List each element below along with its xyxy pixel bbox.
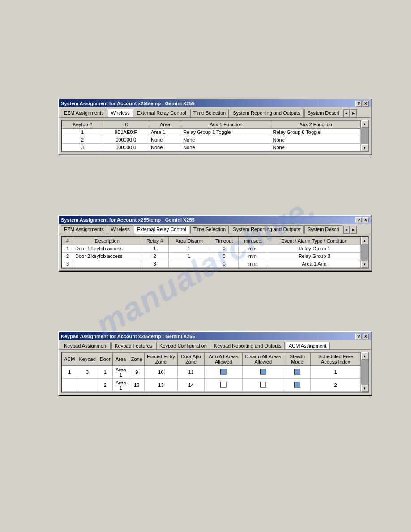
tab2-time-selection[interactable]: Time Selection — [190, 225, 229, 234]
tab3-keypad-configuration[interactable]: Keypad Configuration — [156, 342, 210, 350]
cell-stealth[interactable] — [284, 379, 311, 392]
cell-timeout: 0 — [210, 253, 239, 260]
window1-close-button[interactable]: X — [363, 101, 369, 107]
cell-desc: Door 1 keyfob access — [73, 245, 141, 253]
cell-desc: Door 2 keyfob access — [73, 253, 141, 260]
tab2-system-descri[interactable]: System Descri — [304, 225, 342, 234]
window1-tabs: EZM Assignments Wireless External Relay … — [59, 107, 371, 118]
col-forced: Forced Entry Zone — [144, 353, 177, 366]
window3: Keypad Assignment for Account x255temp :… — [58, 331, 372, 395]
scroll-down-button[interactable]: ▼ — [361, 261, 368, 268]
tab3-keypad-reporting[interactable]: Keypad Reporting and Outputs — [211, 342, 285, 350]
scroll-track — [361, 128, 368, 144]
cell-arm-all[interactable] — [205, 366, 243, 379]
stealth-checkbox-2[interactable] — [294, 382, 300, 388]
cell-timeout: 0 — [210, 260, 239, 268]
col-acm: ACM — [62, 353, 77, 366]
cell-aux1: None — [181, 144, 271, 151]
tab-system-descri[interactable]: System Descri — [304, 109, 342, 118]
tab2-wireless[interactable]: Wireless — [108, 225, 133, 234]
cell-stealth[interactable] — [284, 366, 311, 379]
window1-help-button[interactable]: ? — [355, 101, 362, 107]
stealth-checkbox[interactable] — [294, 369, 300, 375]
col-keyfob: Keyfob # — [62, 121, 103, 129]
col-area: Area — [149, 121, 181, 129]
cell-sched: 2 — [311, 379, 361, 392]
table-row: 1 Door 1 keyfob access 1 1 0 min. Relay … — [62, 245, 361, 253]
cell-keyfob: 1 — [62, 129, 103, 136]
cell-area: None — [149, 144, 181, 151]
cell-disarm-all[interactable] — [243, 379, 284, 392]
cell-arm-all[interactable] — [205, 379, 243, 392]
scroll-up-button[interactable]: ▲ — [361, 352, 368, 360]
window3-title: Keypad Assignment for Account x255temp :… — [61, 334, 195, 339]
tab2-ezm-assignments[interactable]: EZM Assignments — [61, 225, 107, 234]
tab-time-selection[interactable]: Time Selection — [190, 109, 229, 118]
table-row: 1 3 1 Area 1 9 10 11 1 — [62, 366, 361, 379]
cell-zone: 9 — [129, 366, 144, 379]
cell-id: 000000:0 — [103, 144, 149, 151]
window3-scrollbar[interactable]: ▲ ▼ — [361, 352, 368, 392]
tab2-external-relay-control[interactable]: External Relay Control — [134, 225, 189, 234]
arm-all-checkbox-2[interactable] — [220, 382, 227, 388]
cell-num: 3 — [62, 260, 73, 268]
col-disarm-all: Disarm All Areas Allowed — [243, 353, 284, 366]
window3-content: ACM Keypad Door Area Zone Forced Entry Z… — [61, 352, 369, 393]
window1-content: Keyfob # ID Area Aux 1 Function Aux 2 Fu… — [61, 120, 369, 152]
cell-keyfob: 3 — [62, 144, 103, 151]
window3-close-button[interactable]: X — [363, 334, 369, 339]
table-row: 2 Area 1 12 13 14 2 — [62, 379, 361, 392]
tab2-nav-right[interactable]: ► — [351, 226, 357, 234]
cell-num: 1 — [62, 245, 73, 253]
cell-acm: 1 — [62, 366, 77, 379]
cell-minsec: min. — [239, 245, 268, 253]
tab-system-reporting[interactable]: System Reporting and Outputs — [230, 109, 303, 118]
table-row: 3 3 0 min. Area 1 Arm — [62, 260, 361, 268]
col-desc: Description — [73, 237, 141, 245]
cell-aux2: None — [271, 144, 360, 151]
cell-relay: 2 — [141, 253, 168, 260]
cell-acm — [62, 379, 77, 392]
col-timeout: Timeout — [210, 237, 239, 245]
disarm-all-checkbox[interactable] — [260, 369, 266, 375]
cell-area: Area 1 — [112, 366, 129, 379]
window2: System Assignment for Account x255temp :… — [58, 215, 372, 271]
arm-all-checkbox[interactable] — [220, 369, 227, 375]
window2-scrollbar[interactable]: ▲ ▼ — [361, 237, 368, 268]
window3-tabs: Keypad Assignment Keypad Features Keypad… — [59, 340, 371, 350]
window1-table: Keyfob # ID Area Aux 1 Function Aux 2 Fu… — [62, 120, 361, 151]
tab3-keypad-assignment[interactable]: Keypad Assignment — [61, 342, 111, 350]
tab3-acm-assignment[interactable]: ACM Assingment — [286, 342, 330, 350]
tab2-system-reporting[interactable]: System Reporting and Outputs — [230, 225, 303, 234]
cell-disarm-all[interactable] — [243, 366, 284, 379]
window1-scrollbar[interactable]: ▲ ▼ — [361, 120, 368, 151]
scroll-down-button[interactable]: ▼ — [361, 385, 368, 392]
scroll-down-button[interactable]: ▼ — [361, 144, 368, 151]
window2-help-button[interactable]: ? — [355, 217, 362, 223]
window2-close-button[interactable]: X — [363, 217, 369, 223]
disarm-all-checkbox-2[interactable] — [260, 382, 266, 388]
tab-nav-right[interactable]: ► — [351, 109, 357, 117]
tab3-keypad-features[interactable]: Keypad Features — [111, 342, 155, 350]
scroll-up-button[interactable]: ▲ — [361, 120, 368, 128]
tab-nav-left[interactable]: ◄ — [343, 109, 350, 117]
col-event: Event \ Alarm Type \ Condition — [268, 237, 360, 245]
tab-wireless[interactable]: Wireless — [108, 109, 133, 118]
cell-relay: 3 — [141, 260, 168, 268]
scroll-up-button[interactable]: ▲ — [361, 237, 368, 244]
col-disarm: Area Disarm — [168, 237, 210, 245]
cell-id: 000000:0 — [103, 136, 149, 144]
window3-help-button[interactable]: ? — [355, 334, 362, 339]
window3-table-wrapper: ACM Keypad Door Area Zone Forced Entry Z… — [62, 352, 368, 392]
cell-area: Area 1 — [112, 379, 129, 392]
cell-keyfob: 2 — [62, 136, 103, 144]
cell-area: Area 1 — [149, 129, 181, 136]
table-row: 3 000000:0 None None None — [62, 144, 361, 151]
cell-disarm: 1 — [168, 245, 210, 253]
tab-external-relay-control[interactable]: External Relay Control — [134, 109, 189, 118]
tab2-nav-left[interactable]: ◄ — [343, 226, 350, 234]
cell-minsec: min. — [239, 260, 268, 268]
window2-tabs: EZM Assignments Wireless External Relay … — [59, 224, 371, 234]
col-num: # — [62, 237, 73, 245]
tab-ezm-assignments[interactable]: EZM Assignments — [61, 109, 107, 118]
